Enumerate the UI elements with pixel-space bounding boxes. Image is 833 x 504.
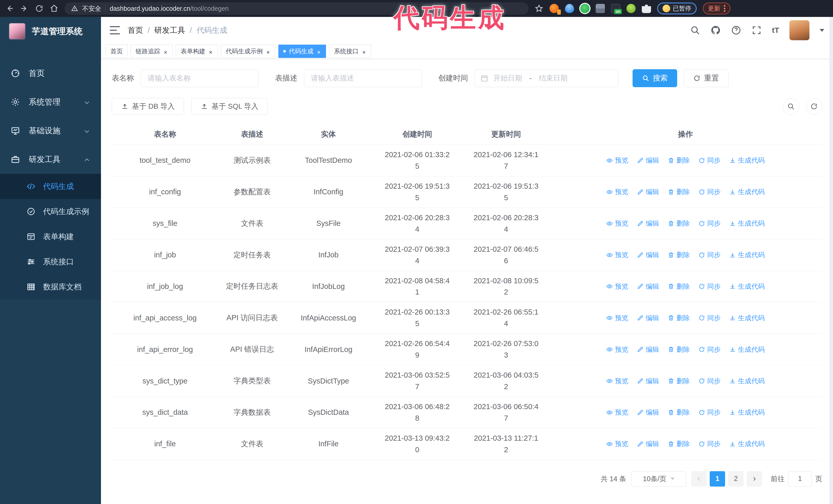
generate-code-link[interactable]: 生成代码 xyxy=(729,408,765,417)
close-icon[interactable] xyxy=(208,49,213,54)
tab-4[interactable]: 代码生成 xyxy=(278,45,326,58)
sync-link[interactable]: 同步 xyxy=(698,187,720,196)
prev-page-button[interactable] xyxy=(691,471,707,486)
sync-link[interactable]: 同步 xyxy=(698,439,720,448)
sync-link[interactable]: 同步 xyxy=(698,156,720,165)
generate-code-link[interactable]: 生成代码 xyxy=(729,156,765,165)
preview-link[interactable]: 预览 xyxy=(606,408,628,417)
forward-icon[interactable] xyxy=(20,4,29,13)
import-db-button[interactable]: 基于 DB 导入 xyxy=(112,98,184,115)
tab-1[interactable]: 链路追踪 xyxy=(131,45,173,58)
generate-code-link[interactable]: 生成代码 xyxy=(729,282,765,291)
generate-code-link[interactable]: 生成代码 xyxy=(729,345,765,354)
sync-link[interactable]: 同步 xyxy=(698,377,720,386)
delete-link[interactable]: 删除 xyxy=(668,439,690,448)
sync-link[interactable]: 同步 xyxy=(698,408,720,417)
delete-link[interactable]: 删除 xyxy=(668,187,690,196)
table-name-input[interactable] xyxy=(141,69,259,87)
generate-code-link[interactable]: 生成代码 xyxy=(729,250,765,259)
close-icon[interactable] xyxy=(163,49,168,54)
page-size-select[interactable]: 10条/页 xyxy=(631,471,686,486)
extensions-puzzle-icon[interactable] xyxy=(642,4,651,13)
breadcrumb-home[interactable]: 首页 xyxy=(128,25,143,35)
preview-link[interactable]: 预览 xyxy=(606,250,628,259)
address-bar[interactable]: 不安全 dashboard.yudao.iocoder.cn/tool/code… xyxy=(65,2,528,15)
delete-link[interactable]: 删除 xyxy=(668,314,690,322)
profile-paused-chip[interactable]: 已暂停 xyxy=(657,3,697,14)
edit-link[interactable]: 编辑 xyxy=(637,219,659,228)
sidebar-item-form-builder[interactable]: 表单构建 xyxy=(0,224,101,249)
reload-icon[interactable] xyxy=(35,4,44,13)
extension-blue-drop-icon[interactable] xyxy=(565,4,574,13)
goto-page-input[interactable] xyxy=(788,471,812,486)
delete-link[interactable]: 删除 xyxy=(668,250,690,259)
bookmark-star-icon[interactable] xyxy=(535,4,543,13)
back-icon[interactable] xyxy=(5,4,14,13)
home-icon[interactable] xyxy=(50,4,58,13)
window-scrollbar[interactable] xyxy=(829,17,833,504)
sidebar-item-home[interactable]: 首页 xyxy=(0,59,101,88)
tab-2[interactable]: 表单构建 xyxy=(176,45,218,58)
edit-link[interactable]: 编辑 xyxy=(637,377,659,386)
hamburger-icon[interactable] xyxy=(110,26,120,34)
preview-link[interactable]: 预览 xyxy=(606,345,628,354)
delete-link[interactable]: 删除 xyxy=(668,219,690,228)
extension-grid-icon[interactable] xyxy=(596,4,605,13)
search-button[interactable]: 搜索 xyxy=(633,69,677,87)
sidebar-item-db-doc[interactable]: 数据库文档 xyxy=(0,274,101,299)
extension-on-badge-icon[interactable]: on xyxy=(611,4,620,13)
preview-link[interactable]: 预览 xyxy=(606,219,628,228)
generate-code-link[interactable]: 生成代码 xyxy=(729,314,765,322)
sidebar-item-codegen-example[interactable]: 代码生成示例 xyxy=(0,199,101,224)
generate-code-link[interactable]: 生成代码 xyxy=(729,439,765,448)
user-menu-caret-icon[interactable] xyxy=(820,29,824,32)
page-button-1[interactable]: 1 xyxy=(710,471,725,486)
edit-link[interactable]: 编辑 xyxy=(637,439,659,448)
delete-link[interactable]: 删除 xyxy=(668,156,690,165)
search-icon[interactable] xyxy=(690,25,700,35)
font-size-icon[interactable]: tT xyxy=(772,26,779,34)
edit-link[interactable]: 编辑 xyxy=(637,408,659,417)
browser-menu-icon[interactable] xyxy=(724,5,725,12)
refresh-table-button[interactable] xyxy=(806,98,822,115)
close-icon[interactable] xyxy=(316,49,321,54)
fullscreen-icon[interactable] xyxy=(752,25,762,35)
edit-link[interactable]: 编辑 xyxy=(637,156,659,165)
sync-link[interactable]: 同步 xyxy=(698,219,720,228)
edit-link[interactable]: 编辑 xyxy=(637,187,659,196)
tab-0[interactable]: 首页 xyxy=(105,45,128,58)
sync-link[interactable]: 同步 xyxy=(698,345,720,354)
delete-link[interactable]: 删除 xyxy=(668,377,690,386)
sync-link[interactable]: 同步 xyxy=(698,250,720,259)
delete-link[interactable]: 删除 xyxy=(668,282,690,291)
edit-link[interactable]: 编辑 xyxy=(637,282,659,291)
delete-link[interactable]: 删除 xyxy=(668,408,690,417)
delete-link[interactable]: 删除 xyxy=(668,345,690,354)
edit-link[interactable]: 编辑 xyxy=(637,250,659,259)
preview-link[interactable]: 预览 xyxy=(606,377,628,386)
tab-5[interactable]: 系统接口 xyxy=(329,45,371,58)
reset-button[interactable]: 重置 xyxy=(684,69,729,87)
sidebar-logo-row[interactable]: 芋道管理系统 xyxy=(0,17,101,46)
tab-3[interactable]: 代码生成示例 xyxy=(221,45,275,58)
generate-code-link[interactable]: 生成代码 xyxy=(729,377,765,386)
extension-green-check-icon[interactable] xyxy=(580,4,590,13)
sidebar-item-system-api[interactable]: 系统接口 xyxy=(0,249,101,274)
breadcrumb-dev-tools[interactable]: 研发工具 xyxy=(154,25,185,35)
page-button-2[interactable]: 2 xyxy=(728,471,743,486)
chrome-update-button[interactable]: 更新 xyxy=(703,3,731,14)
close-icon[interactable] xyxy=(266,49,270,54)
import-sql-button[interactable]: 基于 SQL 导入 xyxy=(191,98,268,115)
sync-link[interactable]: 同步 xyxy=(698,282,720,291)
preview-link[interactable]: 预览 xyxy=(606,439,628,448)
sidebar-item-system-management[interactable]: 系统管理 xyxy=(0,88,101,116)
preview-link[interactable]: 预览 xyxy=(606,187,628,196)
generate-code-link[interactable]: 生成代码 xyxy=(729,219,765,228)
extension-orange-icon[interactable] xyxy=(549,4,559,13)
table-desc-input[interactable] xyxy=(304,69,422,87)
extension-green-bot-icon[interactable] xyxy=(626,4,636,13)
preview-link[interactable]: 预览 xyxy=(606,314,628,322)
next-page-button[interactable] xyxy=(747,471,762,486)
date-range-picker[interactable]: 开始日期 - 结束日期 xyxy=(475,69,618,87)
edit-link[interactable]: 编辑 xyxy=(637,345,659,354)
